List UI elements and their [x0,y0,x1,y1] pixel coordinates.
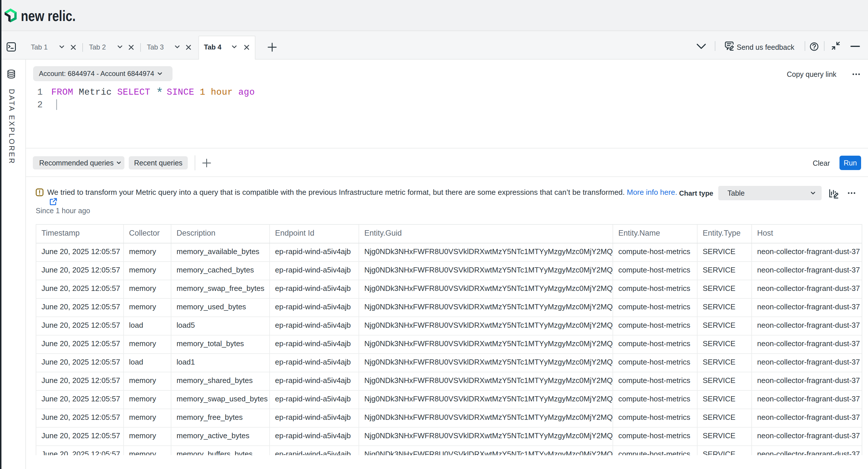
svg-text:new relic.: new relic. [21,8,76,23]
